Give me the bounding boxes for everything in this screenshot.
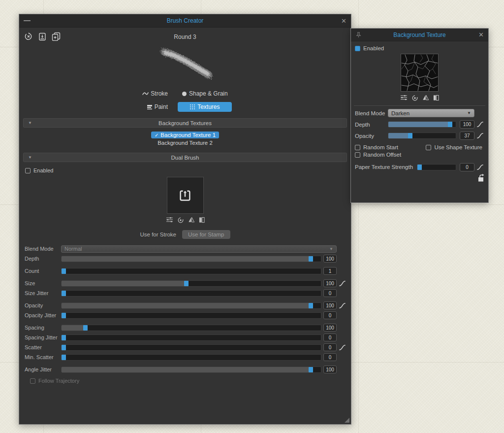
- param-row-spacing: Spacing 100: [25, 323, 346, 333]
- curve-icon[interactable]: [339, 344, 346, 351]
- slider-handle[interactable]: [417, 165, 422, 170]
- random-offset-checkbox[interactable]: Random Offset: [355, 152, 401, 158]
- adjust-icon[interactable]: [400, 95, 408, 100]
- opacity-jitter-value[interactable]: 0: [323, 311, 337, 319]
- param-row-opacity-jitter: Opacity Jitter 0: [25, 310, 346, 320]
- count-slider[interactable]: [61, 268, 321, 274]
- min-scatter-value[interactable]: 0: [323, 353, 337, 361]
- size-jitter-value[interactable]: 0: [323, 289, 337, 297]
- stroke-icon: [142, 91, 149, 96]
- texture-panel-titlebar[interactable]: Background Texture ✕: [351, 29, 488, 41]
- texture-blend-mode-row: Blend Mode Darken ▼: [355, 109, 484, 117]
- texture-opacity-slider[interactable]: [388, 133, 456, 139]
- tab-label: Shape & Grain: [189, 90, 228, 97]
- close-icon[interactable]: ✕: [478, 32, 484, 38]
- checkbox-box: [426, 145, 431, 150]
- background-textures-header[interactable]: ▼ Background Textures: [23, 118, 347, 128]
- curve-icon[interactable]: [476, 164, 484, 171]
- flip-horizontal-icon[interactable]: [433, 95, 439, 101]
- checkbox-box: [355, 46, 360, 51]
- blend-mode-dropdown[interactable]: Normal ▼: [61, 245, 337, 253]
- collapse-arrow-icon: ▼: [28, 121, 32, 125]
- slider-handle[interactable]: [184, 281, 189, 286]
- curve-icon[interactable]: [476, 132, 484, 139]
- random-start-checkbox[interactable]: Random Start: [355, 144, 401, 150]
- slider-handle[interactable]: [62, 291, 66, 296]
- flip-horizontal-icon[interactable]: [199, 217, 205, 223]
- brush-stroke-preview: [19, 46, 351, 82]
- angle-jitter-slider[interactable]: [61, 366, 321, 373]
- curve-icon[interactable]: [476, 121, 484, 128]
- slider-handle[interactable]: [62, 268, 66, 274]
- paper-strength-value[interactable]: 0: [460, 163, 474, 171]
- tab-paint[interactable]: Paint: [143, 102, 172, 112]
- brush-creator-titlebar[interactable]: Brush Creator ✕: [19, 14, 351, 28]
- follow-trajectory-checkbox[interactable]: Follow Trajectory: [30, 378, 346, 384]
- slider-handle[interactable]: [408, 133, 412, 138]
- count-value[interactable]: 1: [323, 267, 337, 275]
- dual-brush-preview[interactable]: [167, 177, 204, 214]
- opacity-slider[interactable]: [61, 302, 321, 309]
- divider: [354, 105, 485, 106]
- slider-handle[interactable]: [309, 256, 313, 262]
- use-for-row: Use for Stroke Use for Stamp: [19, 230, 351, 239]
- slider-handle[interactable]: [83, 325, 88, 331]
- depth-slider[interactable]: [61, 256, 321, 262]
- tab-label: Stroke: [151, 90, 168, 97]
- slider-handle[interactable]: [62, 355, 66, 360]
- dual-brush-enabled-checkbox[interactable]: Enabled: [25, 167, 351, 173]
- texture-enabled-checkbox[interactable]: Enabled: [355, 45, 488, 51]
- scatter-slider[interactable]: [61, 344, 321, 351]
- slider-handle[interactable]: [448, 122, 452, 127]
- angle-jitter-value[interactable]: 100: [323, 366, 337, 373]
- tab-label: Textures: [197, 103, 220, 110]
- scatter-value[interactable]: 0: [323, 343, 337, 351]
- tab-textures[interactable]: Textures: [178, 102, 232, 112]
- resize-handle[interactable]: [345, 418, 349, 423]
- depth-value[interactable]: 100: [323, 255, 337, 263]
- slider-handle[interactable]: [309, 303, 313, 308]
- tab-shape-grain[interactable]: Shape & Grain: [178, 89, 232, 99]
- texture-opacity-value[interactable]: 37: [460, 132, 474, 140]
- tab-stroke[interactable]: Stroke: [138, 89, 172, 99]
- size-jitter-slider[interactable]: [61, 290, 321, 297]
- checkbox-box: [30, 378, 35, 384]
- close-icon[interactable]: ✕: [341, 18, 346, 24]
- rotate-icon[interactable]: [177, 217, 184, 224]
- texture-depth-slider[interactable]: [388, 121, 456, 128]
- use-for-stroke-button[interactable]: Use for Stroke: [140, 232, 177, 237]
- apply-row: [351, 171, 488, 182]
- flip-vertical-icon[interactable]: [188, 217, 195, 223]
- brush-header-row: Round 3: [19, 31, 351, 45]
- use-shape-texture-checkbox[interactable]: Use Shape Texture: [426, 144, 482, 150]
- slider-handle[interactable]: [62, 345, 66, 350]
- use-for-stamp-button[interactable]: Use for Stamp: [182, 230, 230, 239]
- size-slider[interactable]: [61, 280, 321, 287]
- rotate-icon[interactable]: [411, 95, 418, 101]
- window-title: Brush Creator: [19, 17, 351, 24]
- dual-brush-header[interactable]: ▼ Dual Brush: [23, 153, 347, 162]
- opacity-value[interactable]: 100: [323, 301, 337, 309]
- min-scatter-slider[interactable]: [61, 354, 321, 361]
- slider-handle[interactable]: [309, 367, 313, 372]
- spacing-jitter-value[interactable]: 0: [323, 333, 337, 341]
- spacing-slider[interactable]: [61, 325, 321, 331]
- texture-depth-value[interactable]: 100: [460, 120, 474, 129]
- flip-vertical-icon[interactable]: [422, 95, 429, 100]
- slider-handle[interactable]: [62, 313, 66, 318]
- slider-handle[interactable]: [62, 335, 66, 340]
- param-row-scatter: Scatter 0: [25, 342, 346, 352]
- list-item-background-texture-2[interactable]: Background Texture 2: [154, 139, 216, 146]
- paper-strength-slider[interactable]: [417, 164, 456, 170]
- spacing-value[interactable]: 100: [323, 324, 337, 332]
- texture-preview[interactable]: [401, 54, 439, 92]
- curve-icon[interactable]: [339, 280, 346, 287]
- texture-blend-mode-dropdown[interactable]: Darken ▼: [388, 109, 474, 117]
- spacing-jitter-slider[interactable]: [61, 334, 321, 341]
- curved-arrow-icon[interactable]: [476, 173, 485, 182]
- size-value[interactable]: 100: [323, 279, 337, 287]
- opacity-jitter-slider[interactable]: [61, 312, 321, 319]
- list-item-background-texture-1[interactable]: ✓ Background Texture 1: [151, 132, 219, 138]
- adjust-icon[interactable]: [166, 217, 173, 223]
- curve-icon[interactable]: [339, 302, 346, 309]
